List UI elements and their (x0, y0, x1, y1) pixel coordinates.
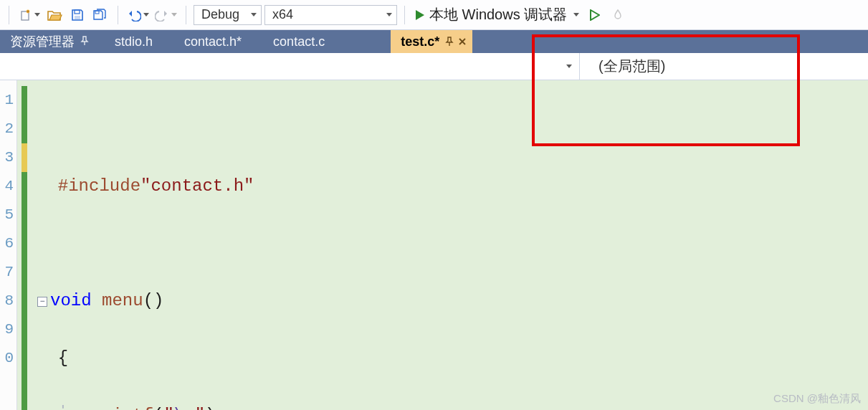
document-tab-bar: 资源管理器 stdio.h contact.h* contact.c test.… (0, 30, 868, 53)
toolbar-separator (9, 6, 9, 24)
config-select-value: Debug (201, 7, 239, 22)
line-number: 0 (0, 344, 16, 373)
line-number: 4 (0, 172, 16, 201)
config-select[interactable]: Debug (194, 5, 262, 25)
tab-contact-c[interactable]: contact.c (257, 30, 340, 53)
scope-global-dropdown[interactable]: (全局范围) (580, 53, 868, 80)
debugger-label: 本地 Windows 调试器 (429, 5, 567, 24)
code-content[interactable]: #include"contact.h" −void menu() { ┊ pri… (34, 80, 868, 410)
tab-label: contact.h* (184, 34, 242, 49)
line-number: 2 (0, 115, 16, 143)
main-toolbar: Debug x64 本地 Windows 调试器 (0, 0, 868, 30)
solution-explorer-panel-title[interactable]: 资源管理器 (0, 30, 99, 53)
start-without-debugging-button[interactable] (585, 5, 605, 25)
line-number: 3 (0, 143, 16, 172)
save-all-button[interactable] (90, 5, 110, 25)
start-debugging-button[interactable]: 本地 Windows 调试器 (412, 5, 582, 25)
line-number: 7 (0, 258, 16, 287)
tab-contact-h[interactable]: contact.h* (168, 30, 257, 53)
svg-rect-3 (75, 16, 80, 19)
scope-project-dropdown[interactable] (0, 53, 580, 80)
line-number-gutter: 1 2 3 4 5 6 7 8 9 0 (0, 80, 17, 410)
scope-label: (全局范围) (598, 57, 665, 76)
tab-label: stdio.h (115, 34, 153, 49)
navigation-scope-bar: (全局范围) (0, 53, 868, 80)
code-line (37, 229, 868, 258)
tab-stdio-h[interactable]: stdio.h (99, 30, 168, 53)
fold-toggle-icon[interactable]: − (37, 297, 47, 307)
panel-title-text: 资源管理器 (10, 33, 75, 50)
pin-tab-icon[interactable] (445, 37, 454, 47)
close-tab-icon[interactable] (458, 37, 467, 46)
open-file-button[interactable] (44, 5, 65, 25)
tab-label: contact.c (273, 34, 325, 49)
toolbar-separator (186, 6, 186, 24)
toolbar-separator (118, 6, 118, 24)
undo-button[interactable] (125, 5, 151, 25)
line-number: 6 (0, 229, 16, 258)
line-number: 8 (0, 287, 16, 315)
platform-select-value: x64 (272, 7, 293, 22)
tab-label: test.c* (401, 34, 439, 49)
line-number: 9 (0, 315, 16, 344)
line-number: 1 (0, 86, 16, 115)
pin-icon[interactable] (80, 36, 89, 48)
save-button[interactable] (67, 5, 87, 25)
code-line: #include"contact.h" (37, 172, 868, 201)
code-editor[interactable]: 1 2 3 4 5 6 7 8 9 0 #include"contact.h" … (0, 80, 868, 410)
code-line: −void menu() (37, 287, 868, 315)
line-number: 5 (0, 201, 16, 229)
code-line (37, 115, 868, 143)
toolbar-separator (404, 6, 405, 24)
code-line: { (37, 344, 868, 373)
platform-select[interactable]: x64 (264, 5, 397, 25)
change-margin (17, 80, 34, 410)
redo-button[interactable] (153, 5, 178, 25)
tab-test-c-active[interactable]: test.c* (391, 30, 472, 53)
new-item-button[interactable] (16, 5, 42, 25)
watermark-text: CSDN @釉色清风 (773, 392, 861, 406)
hot-reload-button[interactable] (608, 5, 628, 25)
code-line: ┊ printf("\n"); (37, 401, 868, 410)
chevron-down-icon (566, 65, 572, 68)
